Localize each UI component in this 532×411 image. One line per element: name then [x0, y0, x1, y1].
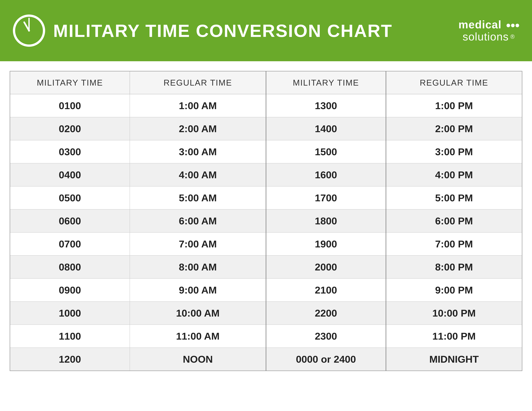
table-row: 05005:00 AM17005:00 PM: [10, 186, 522, 209]
logo-dot-3: [515, 24, 519, 27]
cell-10-3: 11:00 PM: [386, 325, 522, 348]
cell-0-3: 1:00 PM: [386, 94, 522, 117]
cell-8-3: 9:00 PM: [386, 279, 522, 302]
col-header-regular-1: REGULAR TIME: [130, 71, 266, 94]
cell-2-3: 3:00 PM: [386, 140, 522, 163]
cell-8-1: 9:00 AM: [130, 279, 266, 302]
logo-solutions: solutions®: [463, 31, 515, 43]
col-header-regular-2: REGULAR TIME: [386, 71, 522, 94]
table-row: 07007:00 AM19007:00 PM: [10, 233, 522, 255]
cell-10-2: 2300: [266, 325, 386, 348]
cell-5-1: 6:00 AM: [130, 209, 266, 233]
cell-4-2: 1700: [266, 186, 386, 209]
cell-1-1: 2:00 AM: [130, 117, 266, 140]
logo-dots: [506, 24, 519, 27]
logo-dot-2: [511, 24, 515, 27]
table-row: 08008:00 AM20008:00 PM: [10, 255, 522, 279]
cell-11-3: MIDNIGHT: [386, 348, 522, 371]
table-row: 110011:00 AM230011:00 PM: [10, 325, 522, 348]
cell-3-1: 4:00 AM: [130, 163, 266, 186]
table-area: MILITARY TIME REGULAR TIME MILITARY TIME…: [0, 61, 532, 411]
cell-7-2: 2000: [266, 255, 386, 279]
table-row: 1200NOON0000 or 2400MIDNIGHT: [10, 348, 522, 371]
clock-minute-hand: [28, 18, 30, 31]
page-wrapper: MILITARY TIME CONVERSION CHART medical s…: [0, 0, 532, 411]
logo-trademark: ®: [510, 34, 515, 40]
cell-10-0: 1100: [10, 325, 130, 348]
cell-0-0: 0100: [10, 94, 130, 117]
cell-7-0: 0800: [10, 255, 130, 279]
cell-6-3: 7:00 PM: [386, 233, 522, 255]
cell-9-3: 10:00 PM: [386, 302, 522, 325]
cell-1-3: 2:00 PM: [386, 117, 522, 140]
table-row: 100010:00 AM220010:00 PM: [10, 302, 522, 325]
cell-6-1: 7:00 AM: [130, 233, 266, 255]
cell-10-1: 11:00 AM: [130, 325, 266, 348]
cell-9-1: 10:00 AM: [130, 302, 266, 325]
cell-4-3: 5:00 PM: [386, 186, 522, 209]
cell-3-3: 4:00 PM: [386, 163, 522, 186]
cell-11-1: NOON: [130, 348, 266, 371]
clock-icon: [13, 15, 45, 47]
cell-1-0: 0200: [10, 117, 130, 140]
cell-0-1: 1:00 AM: [130, 94, 266, 117]
table-row: 03003:00 AM15003:00 PM: [10, 140, 522, 163]
cell-7-3: 8:00 PM: [386, 255, 522, 279]
cell-1-2: 1400: [266, 117, 386, 140]
table-row: 06006:00 AM18006:00 PM: [10, 209, 522, 233]
cell-2-0: 0300: [10, 140, 130, 163]
cell-9-0: 1000: [10, 302, 130, 325]
table-row: 04004:00 AM16004:00 PM: [10, 163, 522, 186]
cell-4-0: 0500: [10, 186, 130, 209]
conversion-table: MILITARY TIME REGULAR TIME MILITARY TIME…: [10, 71, 522, 371]
cell-3-0: 0400: [10, 163, 130, 186]
col-header-military-2: MILITARY TIME: [266, 71, 386, 94]
header: MILITARY TIME CONVERSION CHART medical s…: [0, 0, 532, 61]
table-row: 09009:00 AM21009:00 PM: [10, 279, 522, 302]
table-row: 02002:00 AM14002:00 PM: [10, 117, 522, 140]
cell-5-0: 0600: [10, 209, 130, 233]
logo-dot-1: [506, 24, 510, 27]
cell-8-2: 2100: [266, 279, 386, 302]
cell-0-2: 1300: [266, 94, 386, 117]
cell-6-0: 0700: [10, 233, 130, 255]
cell-6-2: 1900: [266, 233, 386, 255]
cell-5-3: 6:00 PM: [386, 209, 522, 233]
cell-5-2: 1800: [266, 209, 386, 233]
cell-4-1: 5:00 AM: [130, 186, 266, 209]
col-header-military-1: MILITARY TIME: [10, 71, 130, 94]
cell-3-2: 1600: [266, 163, 386, 186]
logo-area: medical solutions®: [458, 19, 519, 43]
cell-8-0: 0900: [10, 279, 130, 302]
cell-2-1: 3:00 AM: [130, 140, 266, 163]
page-title: MILITARY TIME CONVERSION CHART: [53, 20, 392, 41]
cell-11-2: 0000 or 2400: [266, 348, 386, 371]
table-header-row: MILITARY TIME REGULAR TIME MILITARY TIME…: [10, 71, 522, 94]
table-row: 01001:00 AM13001:00 PM: [10, 94, 522, 117]
cell-11-0: 1200: [10, 348, 130, 371]
logo-medical: medical: [458, 19, 519, 31]
cell-2-2: 1500: [266, 140, 386, 163]
cell-9-2: 2200: [266, 302, 386, 325]
cell-7-1: 8:00 AM: [130, 255, 266, 279]
header-left: MILITARY TIME CONVERSION CHART: [13, 15, 392, 47]
